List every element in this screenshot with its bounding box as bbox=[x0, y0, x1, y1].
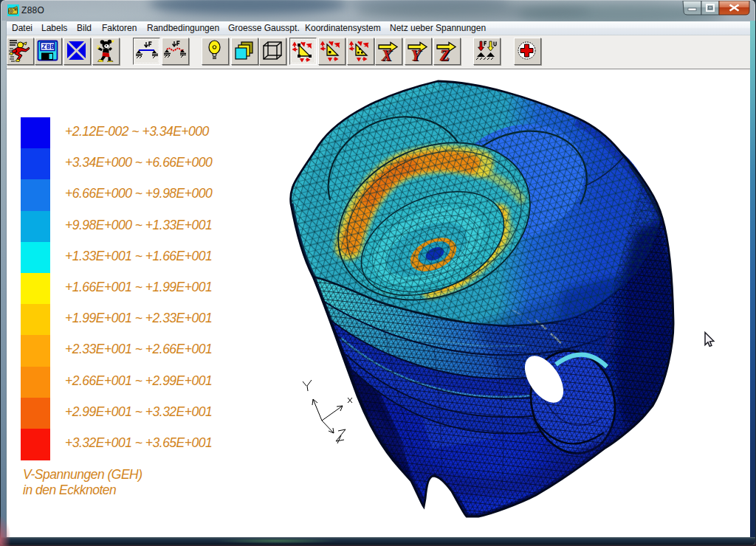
svg-text:Z: Z bbox=[439, 47, 449, 62]
svg-text:X: X bbox=[381, 47, 392, 62]
svg-text:Y: Y bbox=[411, 47, 422, 62]
